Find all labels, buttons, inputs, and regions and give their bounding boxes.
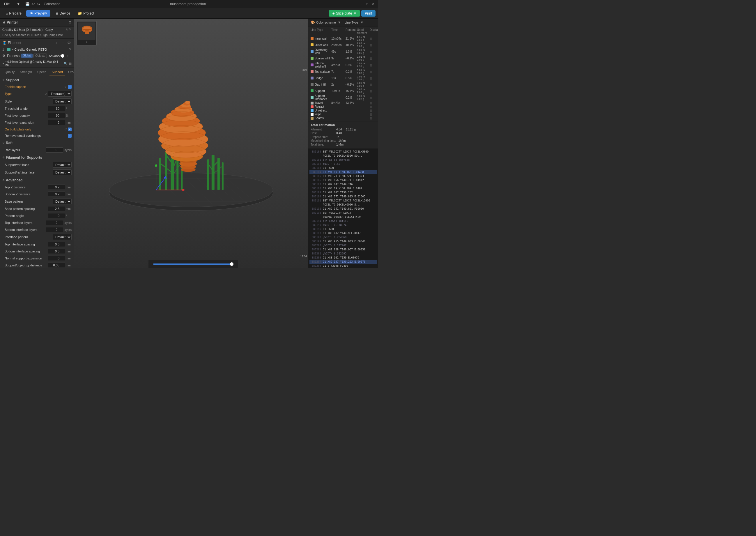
top-interface-layers-input[interactable]: [46, 220, 63, 225]
gcode-line[interactable]: 380182 ;WIDTH:0.42: [310, 162, 377, 166]
printer-copy-icon[interactable]: ⎘: [66, 28, 68, 31]
minimize-btn[interactable]: ─: [359, 2, 364, 6]
add-filament-btn[interactable]: +: [53, 40, 59, 46]
gcode-line[interactable]: 380191 SET_VELOCITY_LIMIT ACCEL=12000 AC…: [310, 199, 377, 207]
gcode-line[interactable]: 380180 SET_VELOCITY_LIMIT ACCEL=5000 ACC…: [310, 150, 377, 158]
lt-display[interactable]: ▥: [370, 57, 376, 60]
gcode-line[interactable]: 380194 ;TYPE:Gap infill: [310, 219, 377, 223]
lt-display[interactable]: ▥: [370, 105, 376, 108]
first-layer-density-input[interactable]: [48, 113, 65, 118]
bottom-interface-spacing-input[interactable]: [48, 249, 65, 254]
line-type-row[interactable]: Sparse infill 3s <0.1% 0.01 m 0.02 g ▥: [310, 55, 377, 61]
process-import-icon[interactable]: ⊡: [70, 54, 73, 58]
calibration-btn[interactable]: Calibration: [42, 1, 62, 7]
line-type-row[interactable]: Overhang wall 49s 1.3% 0.01 m 0.05 g ▥: [310, 48, 377, 55]
top-interface-spacing-input[interactable]: [48, 242, 65, 247]
gcode-line[interactable]: 380196 G1 F600: [310, 227, 377, 231]
gcode-line[interactable]: 380189 G1 X89.607 Y150.252: [310, 190, 377, 194]
gcode-line[interactable]: 380193 SET_VELOCITY_LIMIT SQUARE_CORNER_…: [310, 211, 377, 219]
profile-search-icon[interactable]: 🔍: [64, 62, 68, 65]
nav-prepare[interactable]: ⌂ Prepare: [2, 10, 25, 17]
interface-pattern-select[interactable]: Default: [53, 234, 72, 240]
gcode-line[interactable]: 380184 G1 X91.16 Y150.168 E.01488: [310, 170, 377, 174]
top-z-distance-input[interactable]: [48, 184, 65, 190]
gcode-line[interactable]: 380204 G1 X89.157 Y150.203 E.00576: [310, 260, 377, 264]
redo-icon[interactable]: ↪: [37, 2, 40, 6]
lt-display[interactable]: ▥: [370, 83, 376, 86]
printer-settings-icon[interactable]: ⚙: [68, 20, 72, 24]
gcode-line[interactable]: 380181 ;TYPE:Top surface: [310, 158, 377, 162]
line-type-dropdown[interactable]: ▼: [360, 20, 364, 24]
lt-display[interactable]: ▥: [370, 63, 376, 67]
gcode-line[interactable]: 380187 G1 X89.647 Y149.746: [310, 182, 377, 186]
gcode-line[interactable]: 380190 G1 X89.171 Y149.815 E.01505: [310, 194, 377, 199]
line-type-row[interactable]: Unretract ▥: [310, 109, 377, 113]
gcode-line[interactable]: 380197 G1 X88.982 Y149.9 E.0017: [310, 231, 377, 235]
raft-layers-input[interactable]: [46, 147, 63, 152]
group-filament-supports[interactable]: ⚙ Filament for Supports: [0, 154, 74, 161]
lt-display[interactable]: ▥: [370, 117, 376, 120]
filament-edit-btn[interactable]: ✎: [69, 48, 72, 51]
close-btn[interactable]: ✕: [371, 2, 376, 6]
gcode-line[interactable]: 380185 G1 X90.71 Y150.224 E.01323: [310, 174, 377, 178]
gcode-line[interactable]: 380192 G1 X89.141 Y149.801 F30000: [310, 207, 377, 211]
filament-settings-icon[interactable]: ⚙: [66, 40, 72, 46]
lt-display[interactable]: ▥: [370, 37, 376, 40]
nav-device[interactable]: 🖥 Device: [51, 10, 74, 17]
remove-small-overhangs-checkbox[interactable]: ✓: [68, 134, 72, 138]
style-select[interactable]: Default: [53, 98, 72, 104]
tab-strength[interactable]: Strength: [17, 69, 34, 75]
group-raft[interactable]: ⚙ Raft: [0, 140, 74, 147]
line-type-row[interactable]: Gap infill 2s <0.1% 0.00 m 0.00 g ▥: [310, 81, 377, 88]
tab-quality[interactable]: Quality: [2, 69, 17, 75]
line-type-row[interactable]: Support 10m1s 15.7% 0.66 m 2.02 g ▥: [310, 88, 377, 94]
gcode-panel[interactable]: 380180 SET_VELOCITY_LIMIT ACCEL=5000 ACC…: [308, 149, 378, 268]
gcode-line[interactable]: 380200 ;WIDTH:0.247767: [310, 243, 377, 248]
bottom-z-distance-input[interactable]: [48, 191, 65, 197]
slice-dropdown[interactable]: ▼: [353, 11, 357, 16]
tag-global[interactable]: Global: [21, 53, 33, 58]
support-xy-distance-input[interactable]: [48, 263, 65, 268]
gcode-line[interactable]: 380201 G1 X88.928 Y149.967 E.00059: [310, 248, 377, 251]
gcode-line[interactable]: 380188 G1 X90.19 Y150.289 E.0187: [310, 186, 377, 190]
group-support[interactable]: ⚙ Support: [0, 77, 74, 84]
lt-display[interactable]: ▥: [370, 70, 376, 73]
type-select[interactable]: Tree(auto): [48, 91, 72, 97]
print-btn[interactable]: Print: [361, 10, 376, 17]
maximize-btn[interactable]: □: [365, 2, 370, 6]
nav-project[interactable]: 📁 Project: [75, 10, 97, 17]
profile-compare-icon[interactable]: ⊟: [69, 62, 72, 65]
printer-edit-icon[interactable]: ✎: [69, 28, 72, 31]
on-build-plate-reset[interactable]: ↺: [64, 128, 67, 131]
gcode-line[interactable]: 380183 G1 F600: [310, 166, 377, 170]
type-reset[interactable]: ↺: [45, 92, 47, 95]
pattern-angle-input[interactable]: [48, 213, 65, 218]
color-scheme-dropdown[interactable]: ▼: [338, 20, 341, 24]
enable-support-reset[interactable]: ↺: [64, 85, 67, 88]
tab-others[interactable]: Others: [66, 69, 74, 75]
remove-filament-btn[interactable]: −: [60, 40, 65, 46]
threshold-angle-input[interactable]: [48, 106, 65, 111]
gcode-line[interactable]: 380195 ;WIDTH:0.178074: [310, 223, 377, 227]
nav-preview[interactable]: 👁 Preview: [26, 10, 50, 17]
bottom-interface-layers-input[interactable]: [46, 227, 63, 232]
slice-btn[interactable]: ◈ Slice plate ▼: [329, 10, 360, 17]
gcode-line[interactable]: 380198 ;WIDTH:0.204068: [310, 235, 377, 239]
save-icon[interactable]: 💾: [25, 2, 30, 6]
tag-objects[interactable]: Objects: [33, 53, 47, 58]
lt-display[interactable]: ▥: [370, 101, 376, 105]
line-type-row[interactable]: Travel 8m23s 13.1% ▥: [310, 101, 377, 105]
filament-color-swatch[interactable]: [7, 48, 11, 51]
support-raft-base-select[interactable]: Default: [53, 162, 72, 168]
line-type-row[interactable]: Retract ▥: [310, 105, 377, 109]
line-type-row[interactable]: Bridge 18s 0.5% 0.01 m 0.02 g ▥: [310, 75, 377, 81]
lt-display[interactable]: ▥: [370, 96, 376, 99]
lt-display[interactable]: ▥: [370, 109, 376, 112]
gcode-line[interactable]: 380202 ;WIDTH:0.312995: [310, 251, 377, 256]
line-type-row[interactable]: Seams ▥: [310, 116, 377, 120]
layer-slider-track[interactable]: [153, 263, 234, 265]
gcode-line[interactable]: 380199 G1 X88.955 Y149.933 E.00046: [310, 239, 377, 243]
normal-support-expansion-input[interactable]: [48, 256, 65, 261]
gcode-line[interactable]: 380203 G1 X88.901 Y150 E.00076: [310, 256, 377, 260]
gcode-line[interactable]: 380205 G1 E-43398 F2400: [310, 264, 377, 268]
